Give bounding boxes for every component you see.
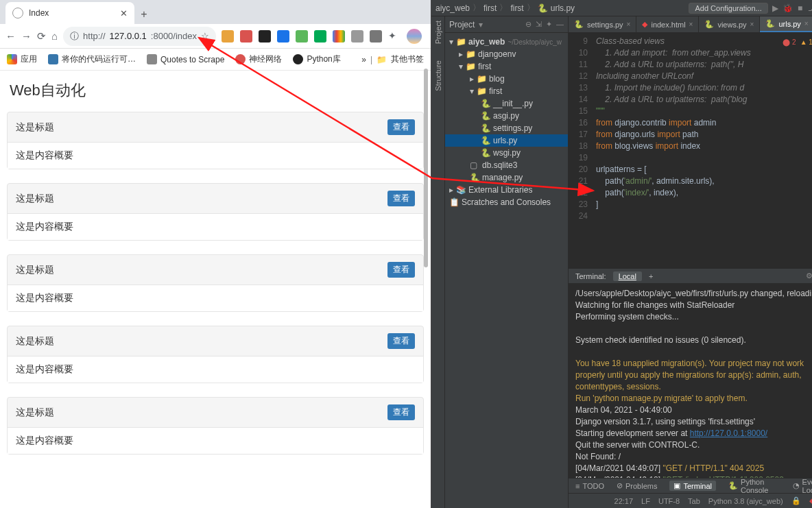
extensions: ✦ ⋮ bbox=[222, 29, 439, 44]
gear-icon[interactable]: ⚙ bbox=[806, 271, 812, 280]
info-icon[interactable]: ⓘ bbox=[70, 30, 79, 43]
overflow-chevron[interactable]: » bbox=[361, 55, 366, 64]
view-button[interactable]: 查看 bbox=[387, 262, 415, 278]
tree-file[interactable]: 🐍asgi.py bbox=[445, 110, 568, 122]
editor-tab-active[interactable]: 🐍urls.py× bbox=[760, 16, 812, 32]
status-bar: 22:17 LF UTF-8 Tab Python 3.8 (aiyc_web)… bbox=[569, 493, 812, 508]
new-tab-button[interactable]: + bbox=[134, 5, 154, 24]
bookmark-item[interactable]: Python库 bbox=[293, 53, 340, 65]
tree-file-selected[interactable]: 🐍urls.py bbox=[445, 134, 568, 147]
bookmark-star-icon[interactable]: ☆ bbox=[201, 31, 209, 41]
tree-file[interactable]: 🐍settings.py bbox=[445, 122, 568, 134]
view-button[interactable]: 查看 bbox=[387, 191, 415, 206]
address-bar[interactable]: ⓘ http://127.0.0.1:8000/index ☆ bbox=[63, 27, 216, 46]
tree-folder[interactable]: ▸📁djangoenv bbox=[445, 48, 568, 60]
tree-scratches[interactable]: 📋Scratches and Consoles bbox=[445, 196, 568, 208]
ext-icon[interactable] bbox=[333, 30, 345, 43]
card-title: 这是标题 bbox=[16, 407, 54, 419]
ext-icon[interactable] bbox=[351, 30, 363, 43]
view-button[interactable]: 查看 bbox=[387, 333, 415, 349]
stop-icon[interactable]: ■ bbox=[796, 3, 805, 13]
card-title: 这是标题 bbox=[16, 121, 54, 134]
lock-icon[interactable]: 🔒 bbox=[791, 496, 801, 505]
tree-file[interactable]: 🐍manage.py bbox=[445, 171, 568, 184]
editor-body[interactable]: 9101112131415161718192021222324 Class-ba… bbox=[569, 33, 812, 268]
terminal-header: Terminal: Local + ⚙ — bbox=[569, 269, 812, 284]
view-button[interactable]: 查看 bbox=[387, 404, 415, 420]
problems-tab[interactable]: ⊘ Problems bbox=[617, 481, 657, 490]
tree-file[interactable]: ▢db.sqlite3 bbox=[445, 159, 568, 171]
settings-icon[interactable]: ✦ bbox=[546, 20, 552, 29]
ext-icon[interactable] bbox=[314, 30, 326, 43]
line-separator[interactable]: LF bbox=[641, 497, 650, 505]
tree-folder[interactable]: ▾📁first bbox=[445, 60, 568, 73]
structure-tab[interactable]: Structure bbox=[434, 60, 442, 91]
new-terminal-icon[interactable]: + bbox=[649, 272, 653, 280]
ext-icon[interactable] bbox=[222, 30, 234, 43]
card-body: 这是内容概要 bbox=[8, 428, 423, 454]
home-icon[interactable]: ⌂ bbox=[51, 30, 58, 43]
forward-icon[interactable]: → bbox=[21, 30, 32, 43]
reload-icon[interactable]: ⟳ bbox=[37, 30, 46, 43]
crumb[interactable]: urls.py bbox=[551, 3, 575, 13]
ide-main: Project Structure Project ▾ ⊖⇲✦— ▾📁aiyc_… bbox=[431, 16, 812, 508]
back-icon[interactable]: ← bbox=[5, 30, 16, 43]
bookmark-item[interactable]: 神经网络 bbox=[235, 53, 282, 65]
tree-ext-libs[interactable]: ▸📚External Libraries bbox=[445, 184, 568, 196]
card-title: 这是标题 bbox=[16, 193, 54, 205]
debug-icon[interactable]: 🐞 bbox=[783, 3, 793, 13]
terminal-tab-btn[interactable]: ▣ Terminal bbox=[669, 481, 716, 491]
code[interactable]: Class-based views 1. Add an import: from… bbox=[592, 33, 812, 268]
tree-folder[interactable]: ▸📁blog bbox=[445, 73, 568, 85]
puzzle-icon[interactable]: ✦ bbox=[388, 30, 401, 43]
card-title: 这是标题 bbox=[16, 335, 54, 348]
collapse-icon[interactable]: ⊖ bbox=[525, 20, 532, 29]
ext-icon[interactable] bbox=[259, 30, 271, 43]
git-icon[interactable]: ⎇ bbox=[808, 3, 812, 13]
editor-tab[interactable]: ◆index.html× bbox=[636, 16, 699, 32]
bookmark-item[interactable]: Quotes to Scrape bbox=[147, 54, 224, 64]
hide-icon[interactable]: — bbox=[556, 20, 564, 29]
editor-tab[interactable]: 🐍settings.py× bbox=[569, 16, 636, 32]
expand-icon[interactable]: ⇲ bbox=[536, 20, 542, 29]
other-bookmarks[interactable]: 其他书签 bbox=[391, 53, 424, 65]
profile-avatar[interactable] bbox=[407, 29, 422, 44]
apps-button[interactable]: 应用 bbox=[7, 53, 37, 65]
ext-icon[interactable] bbox=[240, 30, 252, 43]
editor-tab[interactable]: 🐍views.py× bbox=[699, 16, 760, 32]
globe-icon bbox=[12, 8, 23, 19]
tree-file[interactable]: 🐍__init__.py bbox=[445, 97, 568, 110]
bookmarks-overflow: » | 📁 其他书签 bbox=[361, 53, 424, 65]
browser-tab[interactable]: Index ✕ bbox=[5, 2, 134, 24]
url-protocol: http:// bbox=[83, 31, 106, 41]
tree-folder[interactable]: ▾📁first bbox=[445, 85, 568, 97]
encoding[interactable]: UTF-8 bbox=[658, 497, 680, 505]
crumb[interactable]: first bbox=[483, 3, 497, 13]
interpreter[interactable]: Python 3.8 (aiyc_web) bbox=[708, 497, 783, 505]
run-config-selector[interactable]: Add Configuration... bbox=[689, 3, 767, 14]
tree-file[interactable]: 🐍wsgi.py bbox=[445, 147, 568, 159]
terminal-tab[interactable]: Local bbox=[613, 271, 642, 281]
terminal-output[interactable]: /Users/apple/Desktop/aiyc_web/first/firs… bbox=[569, 284, 812, 478]
ext-icon[interactable] bbox=[370, 30, 382, 43]
caret-position[interactable]: 22:17 bbox=[614, 497, 634, 505]
ext-icon[interactable] bbox=[277, 30, 289, 43]
close-icon[interactable]: ✕ bbox=[120, 8, 128, 19]
view-button[interactable]: 查看 bbox=[387, 119, 415, 135]
python-console-tab[interactable]: 🐍 Python Console bbox=[728, 478, 780, 494]
scrollbar-thumb[interactable] bbox=[424, 69, 428, 267]
card-body: 这是内容概要 bbox=[8, 143, 423, 169]
run-icon[interactable]: ▶ bbox=[771, 3, 780, 13]
card-body: 这是内容概要 bbox=[8, 285, 423, 311]
ide-icon[interactable]: ◆ bbox=[809, 496, 812, 505]
tree-root[interactable]: ▾📁aiyc_web ~/Desktop/aiyc_w bbox=[445, 36, 568, 48]
crumb[interactable]: first bbox=[510, 3, 523, 13]
editor-inspections[interactable]: ⬤ 2 ▲ 1 ∧ ∨ bbox=[783, 38, 812, 46]
event-log-tab[interactable]: ◔ Event Log bbox=[793, 478, 812, 494]
crumb[interactable]: aiyc_web bbox=[435, 3, 470, 13]
todo-tab[interactable]: ≡ TODO bbox=[575, 482, 604, 490]
bookmark-item[interactable]: 将你的代码运行可… bbox=[48, 53, 136, 65]
indent[interactable]: Tab bbox=[688, 497, 700, 505]
ext-icon[interactable] bbox=[296, 30, 308, 43]
project-tab[interactable]: Project bbox=[434, 21, 442, 44]
